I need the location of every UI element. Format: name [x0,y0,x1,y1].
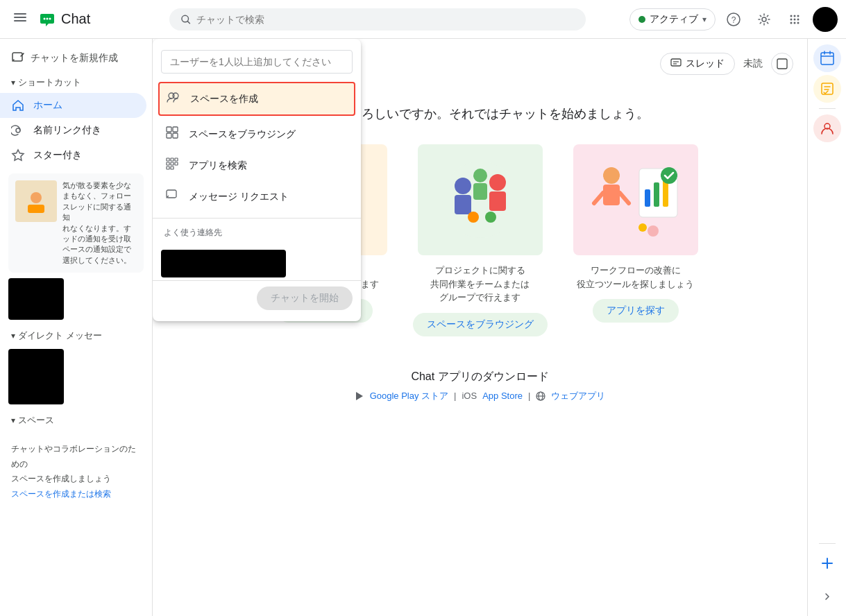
svg-rect-2 [14,20,26,22]
svg-point-16 [793,18,795,20]
chat-logo-icon [37,10,57,29]
svg-rect-0 [14,13,26,15]
status-button[interactable]: アクティブ ▾ [629,8,716,31]
svg-line-52 [620,193,629,203]
right-icon-contacts[interactable] [813,114,841,142]
card-space-button[interactable]: スペースをブラウジング [413,313,548,336]
dropdown-footer: チャットを開始 [153,280,361,316]
svg-rect-42 [455,195,471,214]
sidebar-item-named-link[interactable]: 名前リンク付き [0,118,146,143]
search-icon [180,14,191,25]
shortcuts-chevron-icon: ▾ [11,78,15,87]
unread-label: 未読 [743,58,763,70]
spaces-section[interactable]: ▾ スペース [0,410,152,431]
hamburger-icon[interactable] [8,6,32,33]
right-icon-add[interactable] [813,549,841,577]
dropdown-search-input[interactable] [161,50,353,74]
settings-icon [757,12,771,26]
svg-point-17 [797,18,799,20]
dropdown-item-find-apps[interactable]: アプリを検索 [153,150,361,181]
right-sidebar-divider2 [819,543,836,544]
svg-rect-30 [777,59,787,69]
dropdown-divider [153,218,361,219]
svg-point-45 [473,169,487,182]
shortcuts-section[interactable]: ▾ ショートカット [0,72,152,93]
svg-point-25 [31,192,42,203]
spaces-chevron-icon: ▾ [11,416,15,425]
sidebar: チャットを新規作成 ▾ ショートカット ホーム 名前リンク付き スター付き [0,39,153,616]
svg-rect-71 [175,158,178,161]
start-chat-button[interactable]: チャットを開始 [257,286,353,310]
card-workflow-button[interactable]: アプリを探す [593,299,679,323]
svg-point-4 [44,17,46,19]
svg-line-8 [187,21,189,23]
user-avatar[interactable] [813,7,838,32]
sidebar-create-space-link[interactable]: スペースを作成または検索 [11,489,111,499]
svg-rect-76 [171,166,174,169]
svg-rect-46 [473,183,487,200]
download-links: Google Play ストア | iOS App Store | ウェブアプリ [355,390,606,402]
dropdown-section-label: よく使う連絡先 [153,224,361,241]
at-icon [11,123,25,137]
svg-rect-26 [28,205,44,213]
svg-rect-54 [645,189,650,207]
new-chat-icon [11,51,25,65]
svg-rect-1 [14,17,26,18]
sidebar-item-starred[interactable]: スター付き [0,143,146,168]
download-section: Chat アプリのダウンロード Google Play ストア | iOS Ap… [355,370,606,402]
expand-icon [822,591,833,602]
dm-section[interactable]: ▾ ダイレクト メッセー [0,325,152,346]
contacts-icon [820,121,835,136]
settings-button[interactable] [752,7,777,32]
svg-point-14 [797,15,799,17]
home-icon [11,99,25,112]
status-dot [638,16,645,23]
svg-rect-78 [821,53,834,65]
app-store-link[interactable]: App Store [482,391,523,401]
dropdown-user-blocked [161,250,286,277]
dropdown-item-browse-spaces[interactable]: スペースをブラウジング [153,119,361,150]
sidebar-blocked-item [8,278,64,320]
ios-label: iOS [462,391,477,401]
svg-rect-67 [167,133,171,138]
svg-point-49 [603,167,620,184]
apps-grid-button[interactable] [782,7,807,32]
sidebar-bottom-text1: チャットやコラボレーションのための [11,442,141,472]
right-icon-calendar[interactable] [813,44,841,72]
search-input[interactable] [196,14,575,25]
dropdown-item-create-space[interactable]: スペースを作成 [158,82,355,116]
svg-rect-66 [173,127,178,132]
topbar-right: アクティブ ▾ ? [629,7,838,32]
card-workflow: ワークフローの改善に役立つツールを探しましょう アプリを探す [566,144,705,336]
browse-spaces-label: スペースをブラウジング [189,128,296,141]
svg-rect-65 [167,127,171,132]
status-chevron-icon: ▾ [702,15,707,24]
calendar-icon [820,51,835,66]
search-bar[interactable] [169,8,586,31]
google-play-link[interactable]: Google Play ストア [370,390,448,402]
svg-point-5 [46,17,49,19]
svg-point-15 [790,18,792,20]
svg-point-48 [468,212,479,223]
svg-point-43 [489,174,506,191]
web-app-link[interactable]: ウェブアプリ [551,390,605,402]
help-icon: ? [727,12,741,26]
svg-point-57 [661,167,677,184]
sidebar-item-home[interactable]: ホーム [0,93,146,118]
right-icon-expand[interactable] [813,583,841,610]
unread-toggle-button[interactable] [771,53,793,75]
browse-spaces-icon [164,126,180,143]
web-icon [536,391,545,401]
main-layout: チャットを新規作成 ▾ ショートカット ホーム 名前リンク付き スター付き [0,39,846,616]
dropdown-item-message-request[interactable]: メッセージ リクエスト [153,181,361,212]
thread-button[interactable]: スレッド [660,53,735,75]
right-icon-tasks[interactable] [813,75,841,103]
help-button[interactable]: ? [721,7,746,32]
svg-rect-75 [167,166,169,169]
create-space-label: スペースを作成 [190,93,258,105]
new-chat-button[interactable]: チャットを新規作成 [0,44,146,72]
shortcuts-label: ショートカット [18,76,81,89]
dropdown-overlay: スペースを作成 スペースをブラウジング [153,39,361,321]
topbar-left: Chat [8,6,147,33]
sidebar-notice-text: 気が散る要素を少なまもなく、フォロースレッドに関する通知れなくなります。すッドの… [62,180,137,266]
